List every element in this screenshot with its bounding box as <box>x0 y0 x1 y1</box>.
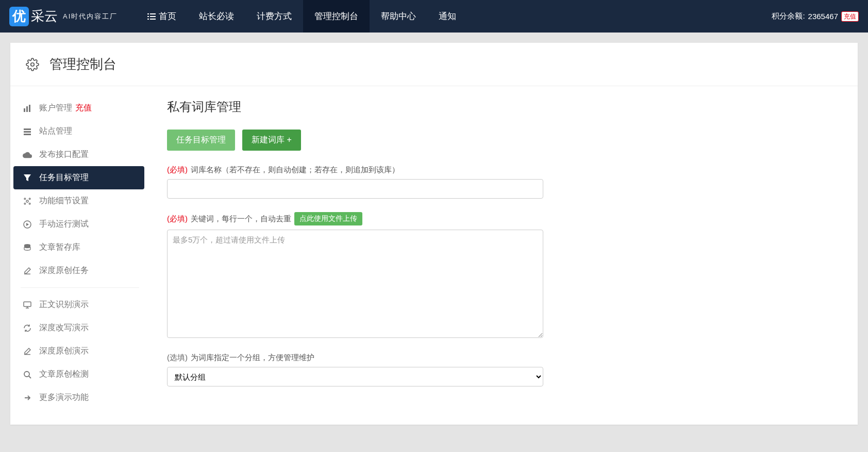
svg-point-21 <box>24 372 29 377</box>
nav-webmaster[interactable]: 站长必读 <box>188 0 245 33</box>
sidebar-item-label: 正文识别演示 <box>39 299 89 310</box>
sidebar: 账户管理 充值 站点管理 发布接口配置 任务目标管理 功能细节设置 手动运 <box>10 86 149 425</box>
nav-help[interactable]: 帮助中心 <box>370 0 427 33</box>
layers-icon <box>22 127 33 136</box>
sidebar-divider <box>21 287 139 288</box>
edit-icon <box>22 267 33 275</box>
balance-value: 2365467 <box>808 12 838 21</box>
lexicon-name-input[interactable] <box>167 179 543 199</box>
sidebar-item-label: 功能细节设置 <box>39 196 89 206</box>
search-icon <box>22 370 33 379</box>
refresh-icon <box>22 324 33 332</box>
svg-rect-7 <box>24 108 25 112</box>
svg-point-14 <box>29 198 30 200</box>
svg-point-16 <box>24 198 26 200</box>
sidebar-item-more-demos[interactable]: 更多演示功能 <box>10 386 149 409</box>
keywords-textarea[interactable] <box>167 230 543 338</box>
brand-logo[interactable]: 优 采云 AI时代内容工厂 <box>0 0 127 33</box>
logo-text: 采云 <box>31 7 58 25</box>
required-marker: (必填) <box>167 214 188 224</box>
file-upload-button[interactable]: 点此使用文件上传 <box>294 212 362 225</box>
nav-label: 首页 <box>159 10 176 22</box>
sidebar-item-label: 文章暂存库 <box>39 242 80 253</box>
sidebar-item-label: 站点管理 <box>39 126 72 137</box>
svg-rect-0 <box>147 13 149 14</box>
nav-console[interactable]: 管理控制台 <box>303 0 370 33</box>
nav-label: 站长必读 <box>199 10 234 22</box>
panel: 管理控制台 账户管理 充值 站点管理 发布接口配置 任务目标管理 <box>10 43 858 425</box>
nav-notice[interactable]: 通知 <box>427 0 468 33</box>
svg-rect-9 <box>29 105 30 112</box>
nav-billing[interactable]: 计费方式 <box>245 0 303 33</box>
sidebar-item-deep-original-task[interactable]: 深度原创任务 <box>10 259 149 282</box>
svg-point-6 <box>31 62 35 66</box>
panel-title: 管理控制台 <box>49 55 116 73</box>
create-lexicon-button[interactable]: 新建词库 + <box>242 130 301 151</box>
sidebar-item-label: 文章原创检测 <box>39 369 89 380</box>
balance-label: 积分余额: <box>772 11 805 21</box>
list-icon <box>147 12 156 21</box>
sidebar-item-account[interactable]: 账户管理 充值 <box>10 96 149 120</box>
nav-label: 帮助中心 <box>381 10 416 22</box>
svg-point-13 <box>26 200 28 202</box>
field-keywords: (必填)关键词，每行一个，自动去重 点此使用文件上传 <box>167 212 678 340</box>
group-select[interactable]: 默认分组 <box>167 367 543 386</box>
main-title: 私有词库管理 <box>167 99 678 115</box>
play-circle-icon <box>22 220 33 229</box>
logo-badge: 优 <box>9 7 29 26</box>
sidebar-item-rewrite-demo[interactable]: 深度改写演示 <box>10 316 149 340</box>
field-label-text: 词库名称（若不存在，则自动创建；若存在，则追加到该库） <box>191 165 399 175</box>
sidebar-item-label: 任务目标管理 <box>39 172 89 183</box>
sidebar-item-original-demo[interactable]: 深度原创演示 <box>10 340 149 363</box>
recharge-button[interactable]: 充值 <box>841 11 859 22</box>
svg-point-17 <box>29 203 30 204</box>
nav-label: 计费方式 <box>257 10 292 22</box>
bar-chart-icon <box>22 104 33 112</box>
nav-label: 管理控制台 <box>314 10 358 22</box>
balance-area: 积分余额: 2365467 充值 <box>772 11 863 22</box>
optional-marker: (选填) <box>167 353 188 363</box>
sidebar-item-originality-check[interactable]: 文章原创检测 <box>10 363 149 386</box>
sidebar-item-label: 更多演示功能 <box>39 392 89 403</box>
database-icon <box>22 244 33 252</box>
svg-rect-1 <box>150 13 156 14</box>
nav-label: 通知 <box>439 10 456 22</box>
nav-home[interactable]: 首页 <box>136 0 188 33</box>
svg-rect-4 <box>147 19 149 20</box>
monitor-icon <box>22 301 33 309</box>
sidebar-item-manual-run[interactable]: 手动运行测试 <box>10 213 149 236</box>
sidebar-item-label: 深度原创演示 <box>39 346 89 357</box>
svg-rect-5 <box>150 19 156 20</box>
field-label-text: 为词库指定一个分组，方便管理维护 <box>191 353 314 363</box>
required-marker: (必填) <box>167 165 188 175</box>
field-group-select: (选填)为词库指定一个分组，方便管理维护 默认分组 <box>167 353 678 386</box>
sidebar-item-settings[interactable]: 功能细节设置 <box>10 189 149 213</box>
sidebar-item-site[interactable]: 站点管理 <box>10 120 149 143</box>
svg-rect-20 <box>24 302 31 306</box>
sidebar-item-label: 发布接口配置 <box>39 149 89 160</box>
logo-subtitle: AI时代内容工厂 <box>63 12 118 21</box>
main-content: 私有词库管理 任务目标管理 新建词库 + (必填)词库名称（若不存在，则自动创建… <box>149 86 696 425</box>
field-label-text: 关键词，每行一个，自动去重 <box>191 214 291 224</box>
recharge-badge: 充值 <box>75 103 92 114</box>
svg-rect-2 <box>147 16 149 17</box>
sliders-icon <box>22 197 33 205</box>
top-nav: 优 采云 AI时代内容工厂 首页 站长必读 计费方式 管理控制台 帮助中心 通知… <box>0 0 868 33</box>
cloud-upload-icon <box>22 151 33 159</box>
svg-rect-12 <box>24 134 31 135</box>
sidebar-item-article-store[interactable]: 文章暂存库 <box>10 236 149 259</box>
svg-rect-3 <box>150 16 156 17</box>
gear-icon <box>26 58 39 71</box>
sidebar-item-task-target[interactable]: 任务目标管理 <box>13 166 144 189</box>
task-target-manage-button[interactable]: 任务目标管理 <box>167 130 235 151</box>
sidebar-item-publish[interactable]: 发布接口配置 <box>10 143 149 166</box>
svg-rect-11 <box>24 131 31 133</box>
edit-icon <box>22 347 33 356</box>
svg-rect-8 <box>26 106 28 112</box>
sidebar-item-content-recognition[interactable]: 正文识别演示 <box>10 293 149 316</box>
field-lexicon-name: (必填)词库名称（若不存在，则自动创建；若存在，则追加到该库） <box>167 165 678 199</box>
filter-icon <box>22 174 33 182</box>
nav-items: 首页 站长必读 计费方式 管理控制台 帮助中心 通知 <box>136 0 468 33</box>
share-icon <box>22 394 33 402</box>
svg-point-15 <box>24 203 26 204</box>
